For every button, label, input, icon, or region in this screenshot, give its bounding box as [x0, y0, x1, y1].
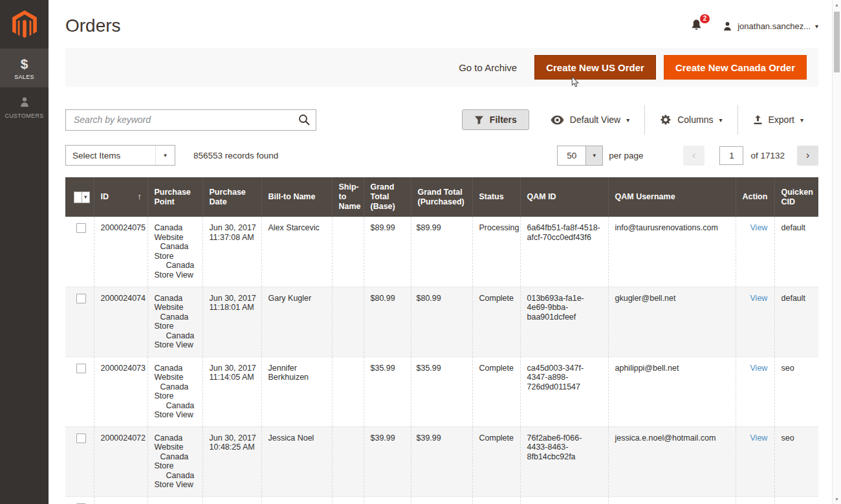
header-right: 2 jonathan.sanchez... ▾: [690, 19, 818, 34]
columns-selector[interactable]: Columns ▾: [645, 114, 737, 126]
column-header-grand-total-purchased[interactable]: Grand Total (Purchased): [411, 177, 472, 217]
cell-quicken-cid: seo: [774, 426, 818, 496]
cell-grand-total-purchased: $80.99: [411, 287, 472, 356]
column-header-action[interactable]: Action: [736, 177, 774, 217]
cell-action: View: [736, 287, 774, 356]
cell-value: $80.99: [371, 294, 395, 303]
search-input[interactable]: [65, 109, 316, 131]
cell-value: Gary Kugler: [268, 294, 312, 303]
cell-id: 2000024071: [94, 496, 147, 504]
column-header-purchase-date[interactable]: Purchase Date: [202, 177, 261, 217]
notification-badge: 2: [700, 14, 710, 23]
row-checkbox[interactable]: [76, 364, 86, 373]
create-us-order-button[interactable]: Create New US Order: [534, 55, 656, 80]
cell-bill-to-name: Jennifer Berkhuizen: [261, 356, 332, 426]
previous-page-button[interactable]: ‹: [683, 146, 704, 166]
pagination-group: 50 ▾ per page ‹ of 17132 ›: [557, 146, 818, 166]
mass-action-select[interactable]: Select Items ▾: [65, 145, 175, 166]
magento-logo[interactable]: [0, 0, 49, 49]
scroll-up-arrow[interactable]: ▲: [833, 3, 841, 7]
sidebar-item-sales[interactable]: $ SALES: [0, 49, 49, 87]
cell-ship-to-name: [332, 217, 364, 287]
view-order-link[interactable]: View: [750, 294, 768, 303]
row-checkbox[interactable]: [76, 223, 86, 233]
column-header-label: Status: [479, 192, 504, 201]
view-order-link[interactable]: View: [750, 433, 768, 443]
store-hierarchy-line: Canada Website: [155, 294, 196, 312]
view-order-link[interactable]: View: [750, 364, 768, 373]
view-selector[interactable]: Default View ▾: [536, 115, 644, 125]
cell-grand-total-purchased: $35.99: [411, 356, 472, 426]
cell-ship-to-name: [332, 426, 364, 496]
scrollbar[interactable]: ▲ ▼: [832, 0, 841, 504]
column-header-status[interactable]: Status: [472, 177, 520, 217]
column-header-id[interactable]: ↑ID: [94, 177, 147, 217]
chevron-down-icon: ▾: [719, 116, 722, 124]
scroll-down-arrow[interactable]: ▼: [833, 497, 841, 501]
cell-qam-username: brandon@ellis-hale.com: [608, 496, 736, 504]
cell-value: 013b693a-fa1e-4e69-9bba-baa901dcfeef: [527, 294, 584, 322]
column-header-grand-total-base[interactable]: Grand Total (Base): [364, 177, 411, 217]
cell-grand-total-purchased: $39.99: [411, 426, 472, 496]
column-header-quicken-cid[interactable]: Quicken CID: [774, 177, 818, 217]
column-header-label: Quicken CID: [781, 188, 813, 206]
column-header-label: Bill-to Name: [268, 192, 316, 201]
cell-value: ca45d003-347f-4347-a898-726d9d011547: [527, 364, 584, 391]
row-checkbox[interactable]: [76, 433, 86, 443]
column-header-purchase-point[interactable]: Purchase Point: [147, 177, 202, 217]
export-button[interactable]: Export ▾: [738, 115, 819, 125]
filters-button[interactable]: Filters: [462, 109, 529, 130]
column-header-bill-to-name[interactable]: Bill-to Name: [261, 177, 332, 217]
cell-value: $80.99: [417, 294, 441, 303]
cell-value: $89.99: [417, 223, 441, 232]
scrollbar-thumb[interactable]: [834, 12, 840, 72]
cell-purchase-point: Canada WebsiteCanada StoreCanada Store V…: [147, 426, 202, 496]
store-hierarchy-line: Canada Store: [155, 242, 196, 261]
table-row: 2000024075Canada WebsiteCanada StoreCana…: [65, 217, 818, 287]
cell-value: 2000024074: [101, 294, 146, 303]
next-page-button[interactable]: ›: [797, 146, 818, 166]
row-checkbox[interactable]: [76, 294, 86, 303]
search-box: [65, 109, 316, 131]
search-icon[interactable]: [298, 113, 311, 128]
select-all-control[interactable]: ▾: [74, 192, 90, 203]
page-header: Orders 2 jonathan.sanchez... ▾: [65, 12, 818, 40]
records-found-label: 856553 records found: [193, 151, 278, 160]
view-order-link[interactable]: View: [750, 223, 768, 232]
cell-ship-to-name: [332, 287, 364, 356]
cell-value: Complete: [479, 364, 514, 373]
cell-purchase-date: Jun 30, 2017: [202, 496, 261, 504]
cell-status: Complete: [472, 356, 520, 426]
chevron-down-icon: ▾: [626, 116, 629, 124]
create-canada-order-button[interactable]: Create New Canada Order: [664, 55, 807, 80]
gear-icon: [660, 114, 672, 126]
sidebar-item-customers[interactable]: CUSTOMERS: [0, 87, 49, 126]
cell-bill-to-name: Brandon Ellis-: [261, 496, 332, 504]
cell-purchase-date: Jun 30, 201711:18:01 AM: [202, 287, 261, 356]
column-header-label: QAM ID: [527, 192, 556, 201]
filter-funnel-icon: [474, 115, 484, 125]
cell-value: 76f2abe6-f066-4433-8463-8fb14cbc92fa: [527, 433, 582, 461]
notifications-button[interactable]: 2: [690, 19, 703, 34]
date-line: Jun 30, 2017: [210, 433, 259, 443]
user-menu[interactable]: jonathan.sanchez... ▾: [722, 21, 818, 32]
date-line: 11:14:05 AM: [210, 373, 259, 382]
export-icon: [753, 115, 763, 125]
chevron-down-icon: ▾: [815, 23, 818, 30]
cell-select: [65, 217, 94, 287]
column-header-ship-to-name[interactable]: Ship-to Name: [332, 177, 364, 217]
store-hierarchy-line: Canada Website: [155, 433, 196, 452]
per-page-select[interactable]: 50 ▾: [557, 146, 603, 166]
column-header-qam-username[interactable]: QAM Username: [608, 177, 736, 217]
column-header-qam-id[interactable]: QAM ID: [520, 177, 608, 217]
mass-action-label: Select Items: [66, 151, 155, 160]
cell-id: 2000024073: [94, 356, 147, 426]
cell-value: default: [781, 223, 806, 232]
cell-status: Complete: [472, 426, 520, 496]
select-all-checkbox[interactable]: [74, 192, 82, 203]
chevron-down-icon[interactable]: ▾: [82, 192, 89, 203]
go-to-archive-link[interactable]: Go to Archive: [459, 62, 517, 73]
current-page-input[interactable]: [719, 146, 743, 165]
main-content: Orders 2 jonathan.sanchez... ▾ Go to Arc…: [49, 0, 832, 504]
cell-action: View: [736, 426, 774, 496]
